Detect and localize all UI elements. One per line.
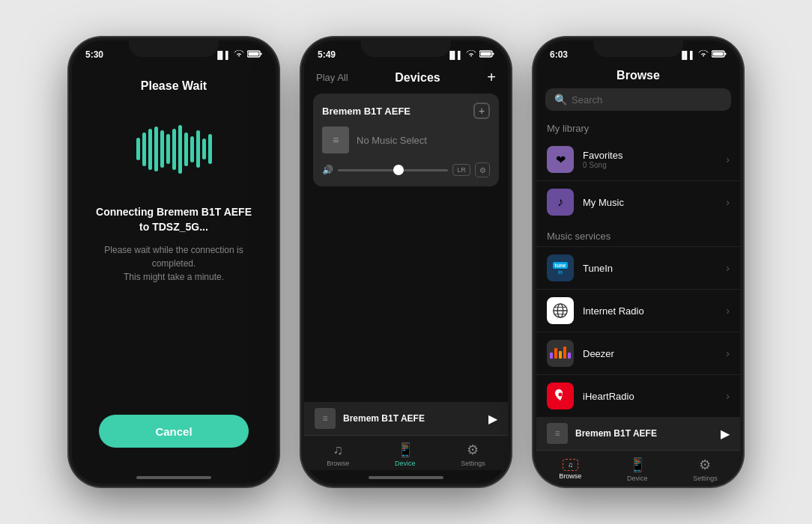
chevron-icon-2: ›	[726, 196, 730, 208]
mini-play-button[interactable]: ▶	[488, 412, 497, 426]
tunein-item[interactable]: tune in TuneIn ›	[536, 246, 740, 289]
my-music-text: My Music	[583, 197, 717, 208]
device-mini-bar-3: ≡ Bremem B1T AEFE ▶	[536, 417, 740, 450]
internet-radio-item[interactable]: Internet Radio ›	[536, 289, 740, 332]
svg-rect-8	[712, 52, 723, 56]
browse-icon-2: ♫	[333, 442, 344, 458]
settings-icon-3: ⚙	[699, 457, 711, 473]
cancel-button[interactable]: Cancel	[99, 415, 249, 448]
music-track: ≡ No Music Select	[322, 127, 490, 153]
phone-2: 5:49 ▐▌▌ Play All Devices + Bremem B1T A…	[301, 37, 511, 487]
music-services-label: Music services	[536, 228, 740, 246]
wifi-icon-3	[698, 50, 709, 59]
mini-play-button-3[interactable]: ▶	[721, 427, 730, 441]
wifi-icon-1	[234, 50, 244, 59]
connecting-text: Connecting Bremem B1T AEFEto TDSZ_5G...	[96, 205, 252, 234]
volume-icon: 🔊	[322, 165, 333, 175]
wave-bar	[160, 130, 164, 168]
favorites-sub: 0 Song	[583, 161, 717, 169]
spacer	[304, 186, 508, 402]
wave-bar	[148, 129, 152, 170]
signal-icon-1: ▐▌▌	[215, 51, 231, 59]
home-indicator-1	[136, 476, 211, 479]
settings-label-3: Settings	[693, 475, 718, 482]
wave-bar	[184, 132, 188, 166]
svg-rect-5	[480, 52, 491, 56]
connecting-subtext: Please wait while the connection is comp…	[87, 243, 261, 284]
screen-3: 6:03 ▐▌▌ Browse 🔍 Search My library	[536, 40, 740, 484]
my-music-item[interactable]: ♪ My Music ›	[536, 180, 740, 223]
iheart-icon	[547, 383, 574, 409]
add-device-button[interactable]: +	[487, 69, 496, 86]
add-to-card-button[interactable]: +	[473, 103, 490, 119]
my-library-label: My library	[536, 120, 740, 138]
signal-icon-3: ▐▌▌	[679, 51, 695, 59]
device-label-2: Device	[395, 460, 416, 467]
svg-rect-1	[260, 53, 261, 55]
status-time-3: 6:03	[550, 49, 568, 60]
deezer-item[interactable]: Deezer ›	[536, 332, 740, 374]
browse-label-2: Browse	[327, 460, 349, 467]
notch-3	[593, 37, 683, 57]
iheart-item[interactable]: iHeartRadio ›	[536, 374, 740, 417]
play-all-button[interactable]: Play All	[316, 72, 348, 83]
status-icons-1: ▐▌▌	[215, 50, 262, 59]
wave-bar	[136, 138, 140, 160]
favorites-name: Favorites	[583, 150, 717, 161]
favorites-icon: ❤	[547, 146, 574, 173]
gear-icon[interactable]: ⚙	[475, 162, 490, 177]
tunein-icon: tune in	[547, 255, 574, 281]
my-music-name: My Music	[583, 197, 717, 208]
svg-rect-7	[724, 53, 726, 55]
notch-2	[361, 37, 451, 57]
nav-browse-3[interactable]: ♫ Browse	[559, 459, 581, 480]
status-icons-3: ▐▌▌	[679, 50, 727, 59]
phone-3: 6:03 ▐▌▌ Browse 🔍 Search My library	[533, 37, 743, 487]
browse-label-3: Browse	[559, 472, 581, 480]
mini-thumb-3: ≡	[547, 423, 568, 444]
status-icons-2: ▐▌▌	[447, 50, 494, 59]
wifi-icon-2	[466, 50, 476, 59]
favorites-item[interactable]: ❤ Favorites 0 Song ›	[536, 138, 740, 180]
search-placeholder: Search	[572, 94, 602, 106]
bottom-nav-3: ♫ Browse 📱 Device ⚙ Settings	[536, 450, 740, 484]
battery-icon-1	[247, 50, 262, 59]
battery-icon-2	[479, 50, 494, 59]
screen-2: 5:49 ▐▌▌ Play All Devices + Bremem B1T A…	[304, 40, 508, 484]
internet-radio-name: Internet Radio	[583, 305, 717, 317]
iheart-name: iHeartRadio	[583, 391, 717, 402]
device-card-name: Bremem B1T AEFE	[322, 106, 410, 117]
phone2-header: Play All Devices +	[304, 64, 508, 94]
tunein-name: TuneIn	[583, 263, 717, 274]
devices-title: Devices	[395, 71, 440, 85]
deezer-chevron: ›	[726, 347, 730, 359]
device-label-3: Device	[627, 475, 648, 482]
mini-thumb: ≡	[315, 408, 336, 429]
browse-title: Browse	[616, 69, 660, 82]
nav-browse-2[interactable]: ♫ Browse	[327, 442, 349, 467]
svg-rect-4	[492, 53, 494, 55]
wave-bar	[190, 136, 194, 162]
track-name: No Music Select	[357, 135, 427, 146]
wave-bar	[178, 125, 182, 174]
favorites-text: Favorites 0 Song	[583, 150, 717, 169]
status-time-1: 5:30	[85, 49, 103, 60]
wave-bar	[172, 129, 176, 170]
nav-settings-3[interactable]: ⚙ Settings	[693, 457, 718, 482]
nav-settings-2[interactable]: ⚙ Settings	[461, 442, 485, 467]
search-bar[interactable]: 🔍 Search	[545, 88, 731, 111]
mini-device-name-3: Bremem B1T AEFE	[575, 428, 713, 439]
phone-1: 5:30 ▐▌▌ Please Wait	[69, 37, 279, 487]
browse-header: Browse	[536, 64, 740, 88]
nav-device-3[interactable]: 📱 Device	[627, 457, 648, 482]
status-time-2: 5:49	[318, 49, 336, 60]
my-music-icon: ♪	[547, 189, 574, 216]
notch-1	[129, 37, 219, 57]
deezer-name: Deezer	[583, 348, 717, 359]
volume-slider[interactable]	[338, 169, 448, 171]
wave-bar	[202, 138, 206, 159]
lr-badge[interactable]: LR	[452, 164, 470, 176]
waveform	[136, 123, 212, 175]
screen-1: 5:30 ▐▌▌ Please Wait	[72, 40, 276, 484]
nav-device-2[interactable]: 📱 Device	[395, 442, 416, 467]
